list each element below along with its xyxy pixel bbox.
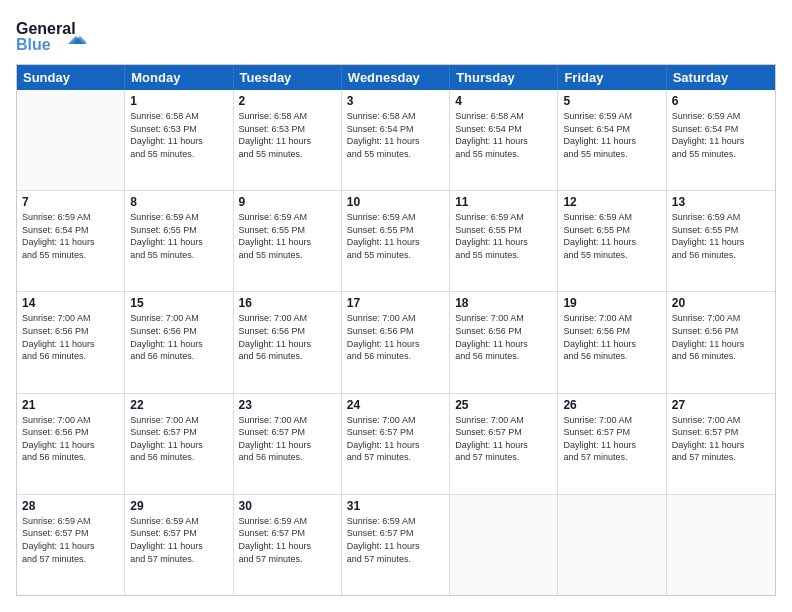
calendar: SundayMondayTuesdayWednesdayThursdayFrid…: [16, 64, 776, 596]
day-info: Sunrise: 7:00 AMSunset: 6:56 PMDaylight:…: [455, 312, 552, 362]
day-number: 13: [672, 195, 770, 209]
cal-cell: 28Sunrise: 6:59 AMSunset: 6:57 PMDayligh…: [17, 495, 125, 595]
logo-icon: General Blue: [16, 16, 86, 54]
day-info: Sunrise: 7:00 AMSunset: 6:57 PMDaylight:…: [672, 414, 770, 464]
cal-cell: 2Sunrise: 6:58 AMSunset: 6:53 PMDaylight…: [234, 90, 342, 190]
day-info: Sunrise: 6:59 AMSunset: 6:55 PMDaylight:…: [347, 211, 444, 261]
cal-header-thursday: Thursday: [450, 65, 558, 90]
day-info: Sunrise: 6:59 AMSunset: 6:55 PMDaylight:…: [455, 211, 552, 261]
day-number: 30: [239, 499, 336, 513]
cal-week-1: 1Sunrise: 6:58 AMSunset: 6:53 PMDaylight…: [17, 90, 775, 190]
day-number: 3: [347, 94, 444, 108]
cal-header-monday: Monday: [125, 65, 233, 90]
cal-cell: 3Sunrise: 6:58 AMSunset: 6:54 PMDaylight…: [342, 90, 450, 190]
day-info: Sunrise: 6:59 AMSunset: 6:55 PMDaylight:…: [130, 211, 227, 261]
cal-cell: 25Sunrise: 7:00 AMSunset: 6:57 PMDayligh…: [450, 394, 558, 494]
cal-header-sunday: Sunday: [17, 65, 125, 90]
cal-cell: 6Sunrise: 6:59 AMSunset: 6:54 PMDaylight…: [667, 90, 775, 190]
day-info: Sunrise: 6:59 AMSunset: 6:54 PMDaylight:…: [563, 110, 660, 160]
day-number: 22: [130, 398, 227, 412]
cal-cell: 7Sunrise: 6:59 AMSunset: 6:54 PMDaylight…: [17, 191, 125, 291]
day-number: 29: [130, 499, 227, 513]
day-number: 23: [239, 398, 336, 412]
day-number: 27: [672, 398, 770, 412]
day-info: Sunrise: 6:58 AMSunset: 6:53 PMDaylight:…: [130, 110, 227, 160]
cal-cell: 13Sunrise: 6:59 AMSunset: 6:55 PMDayligh…: [667, 191, 775, 291]
cal-cell: 19Sunrise: 7:00 AMSunset: 6:56 PMDayligh…: [558, 292, 666, 392]
logo: General Blue: [16, 16, 86, 54]
day-info: Sunrise: 6:59 AMSunset: 6:57 PMDaylight:…: [130, 515, 227, 565]
cal-week-5: 28Sunrise: 6:59 AMSunset: 6:57 PMDayligh…: [17, 494, 775, 595]
day-info: Sunrise: 6:59 AMSunset: 6:57 PMDaylight:…: [22, 515, 119, 565]
cal-cell: 24Sunrise: 7:00 AMSunset: 6:57 PMDayligh…: [342, 394, 450, 494]
cal-header-saturday: Saturday: [667, 65, 775, 90]
day-number: 15: [130, 296, 227, 310]
cal-cell: 8Sunrise: 6:59 AMSunset: 6:55 PMDaylight…: [125, 191, 233, 291]
cal-week-2: 7Sunrise: 6:59 AMSunset: 6:54 PMDaylight…: [17, 190, 775, 291]
cal-week-4: 21Sunrise: 7:00 AMSunset: 6:56 PMDayligh…: [17, 393, 775, 494]
day-info: Sunrise: 7:00 AMSunset: 6:57 PMDaylight:…: [563, 414, 660, 464]
cal-cell: 15Sunrise: 7:00 AMSunset: 6:56 PMDayligh…: [125, 292, 233, 392]
day-number: 17: [347, 296, 444, 310]
day-number: 5: [563, 94, 660, 108]
day-number: 4: [455, 94, 552, 108]
day-info: Sunrise: 6:58 AMSunset: 6:53 PMDaylight:…: [239, 110, 336, 160]
cal-cell: [17, 90, 125, 190]
day-info: Sunrise: 6:58 AMSunset: 6:54 PMDaylight:…: [455, 110, 552, 160]
day-number: 9: [239, 195, 336, 209]
cal-header-tuesday: Tuesday: [234, 65, 342, 90]
day-info: Sunrise: 6:59 AMSunset: 6:54 PMDaylight:…: [672, 110, 770, 160]
cal-cell: 18Sunrise: 7:00 AMSunset: 6:56 PMDayligh…: [450, 292, 558, 392]
cal-cell: 12Sunrise: 6:59 AMSunset: 6:55 PMDayligh…: [558, 191, 666, 291]
day-number: 14: [22, 296, 119, 310]
day-number: 8: [130, 195, 227, 209]
day-info: Sunrise: 6:59 AMSunset: 6:54 PMDaylight:…: [22, 211, 119, 261]
cal-header-friday: Friday: [558, 65, 666, 90]
cal-header-wednesday: Wednesday: [342, 65, 450, 90]
day-info: Sunrise: 6:59 AMSunset: 6:55 PMDaylight:…: [672, 211, 770, 261]
svg-text:Blue: Blue: [16, 36, 51, 53]
day-number: 2: [239, 94, 336, 108]
cal-cell: 14Sunrise: 7:00 AMSunset: 6:56 PMDayligh…: [17, 292, 125, 392]
cal-week-3: 14Sunrise: 7:00 AMSunset: 6:56 PMDayligh…: [17, 291, 775, 392]
svg-text:General: General: [16, 20, 76, 37]
day-info: Sunrise: 7:00 AMSunset: 6:56 PMDaylight:…: [347, 312, 444, 362]
cal-cell: [558, 495, 666, 595]
day-info: Sunrise: 7:00 AMSunset: 6:56 PMDaylight:…: [672, 312, 770, 362]
cal-cell: 9Sunrise: 6:59 AMSunset: 6:55 PMDaylight…: [234, 191, 342, 291]
day-number: 21: [22, 398, 119, 412]
day-number: 12: [563, 195, 660, 209]
day-info: Sunrise: 7:00 AMSunset: 6:57 PMDaylight:…: [130, 414, 227, 464]
day-info: Sunrise: 7:00 AMSunset: 6:56 PMDaylight:…: [22, 414, 119, 464]
day-info: Sunrise: 7:00 AMSunset: 6:57 PMDaylight:…: [239, 414, 336, 464]
day-number: 18: [455, 296, 552, 310]
day-number: 11: [455, 195, 552, 209]
cal-cell: 29Sunrise: 6:59 AMSunset: 6:57 PMDayligh…: [125, 495, 233, 595]
day-info: Sunrise: 6:59 AMSunset: 6:55 PMDaylight:…: [563, 211, 660, 261]
day-info: Sunrise: 7:00 AMSunset: 6:56 PMDaylight:…: [130, 312, 227, 362]
day-info: Sunrise: 6:59 AMSunset: 6:57 PMDaylight:…: [239, 515, 336, 565]
calendar-header: SundayMondayTuesdayWednesdayThursdayFrid…: [17, 65, 775, 90]
cal-cell: 30Sunrise: 6:59 AMSunset: 6:57 PMDayligh…: [234, 495, 342, 595]
day-number: 31: [347, 499, 444, 513]
cal-cell: 22Sunrise: 7:00 AMSunset: 6:57 PMDayligh…: [125, 394, 233, 494]
day-info: Sunrise: 6:58 AMSunset: 6:54 PMDaylight:…: [347, 110, 444, 160]
calendar-body: 1Sunrise: 6:58 AMSunset: 6:53 PMDaylight…: [17, 90, 775, 595]
cal-cell: 21Sunrise: 7:00 AMSunset: 6:56 PMDayligh…: [17, 394, 125, 494]
day-info: Sunrise: 6:59 AMSunset: 6:57 PMDaylight:…: [347, 515, 444, 565]
day-info: Sunrise: 7:00 AMSunset: 6:57 PMDaylight:…: [347, 414, 444, 464]
day-number: 20: [672, 296, 770, 310]
day-number: 24: [347, 398, 444, 412]
day-number: 6: [672, 94, 770, 108]
cal-cell: 20Sunrise: 7:00 AMSunset: 6:56 PMDayligh…: [667, 292, 775, 392]
day-info: Sunrise: 6:59 AMSunset: 6:55 PMDaylight:…: [239, 211, 336, 261]
day-number: 19: [563, 296, 660, 310]
cal-cell: 27Sunrise: 7:00 AMSunset: 6:57 PMDayligh…: [667, 394, 775, 494]
cal-cell: [450, 495, 558, 595]
day-number: 1: [130, 94, 227, 108]
day-number: 10: [347, 195, 444, 209]
day-number: 28: [22, 499, 119, 513]
cal-cell: 31Sunrise: 6:59 AMSunset: 6:57 PMDayligh…: [342, 495, 450, 595]
day-number: 7: [22, 195, 119, 209]
day-info: Sunrise: 7:00 AMSunset: 6:57 PMDaylight:…: [455, 414, 552, 464]
